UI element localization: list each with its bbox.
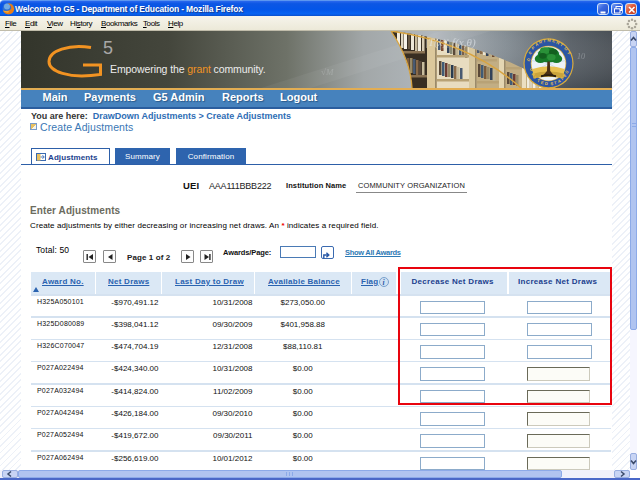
svg-text:D: D bbox=[545, 81, 548, 86]
svg-text:√M: √M bbox=[321, 67, 334, 77]
svg-text:|T(x)| f(x,θ): |T(x)| f(x,θ) bbox=[425, 36, 476, 49]
svg-text:5: 5 bbox=[103, 38, 113, 58]
svg-text:10: 10 bbox=[577, 52, 585, 61]
